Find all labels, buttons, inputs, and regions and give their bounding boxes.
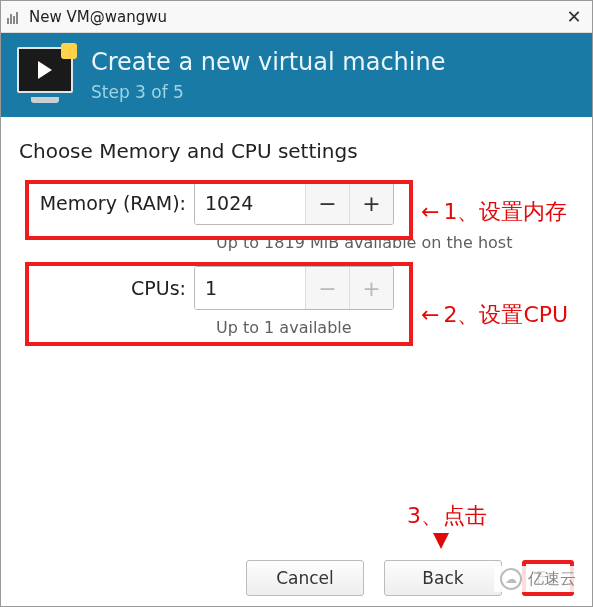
cloud-icon: ☁ bbox=[500, 568, 522, 590]
wizard-banner: Create a new virtual machine Step 3 of 5 bbox=[1, 33, 592, 117]
annotation-3: 3、点击 bbox=[407, 501, 487, 549]
section-heading: Choose Memory and CPU settings bbox=[19, 139, 574, 163]
back-button[interactable]: Back bbox=[384, 560, 502, 596]
watermark: ☁ 亿速云 bbox=[494, 566, 582, 592]
close-icon[interactable]: ✕ bbox=[562, 6, 586, 27]
window-title: New VM@wangwu bbox=[29, 8, 562, 26]
annotation-box-cpus bbox=[25, 262, 413, 346]
wizard-step: Step 3 of 5 bbox=[91, 82, 445, 102]
wizard-title: Create a new virtual machine bbox=[91, 48, 445, 76]
watermark-text: 亿速云 bbox=[528, 569, 576, 590]
annotation-2: 2、设置CPU bbox=[421, 300, 568, 330]
annotation-box-memory bbox=[25, 180, 413, 240]
app-icon bbox=[7, 10, 23, 24]
cancel-button[interactable]: Cancel bbox=[246, 560, 364, 596]
annotation-1: 1、设置内存 bbox=[421, 197, 567, 227]
title-bar: New VM@wangwu ✕ bbox=[1, 1, 592, 33]
vm-icon bbox=[17, 47, 73, 103]
